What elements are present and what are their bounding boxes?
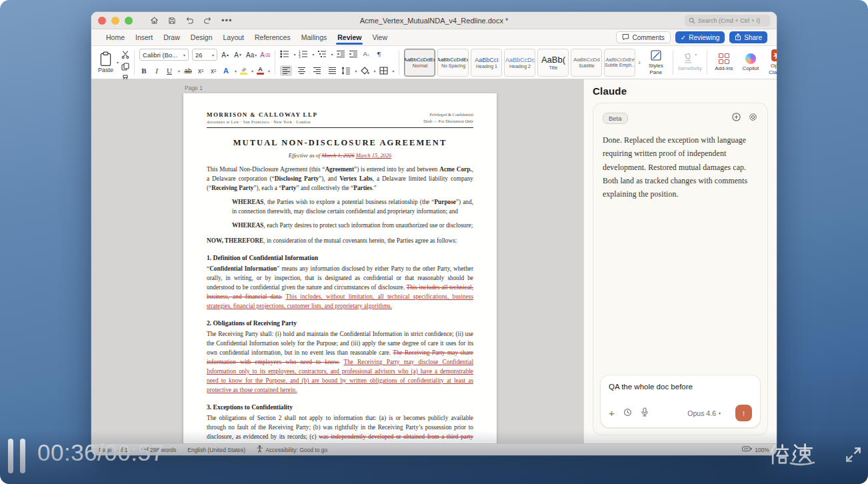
styles-gallery: AaBbCcDdEeNormal AaBbCcDdEeNo Spacing Aa… <box>404 49 641 77</box>
text-effects-icon[interactable]: A <box>221 65 231 76</box>
styles-gallery-more-icon[interactable]: › <box>637 59 641 66</box>
attach-plus-icon[interactable]: + <box>609 409 615 417</box>
new-chat-icon[interactable] <box>731 112 741 125</box>
reviewing-button[interactable]: ✓ Reviewing <box>675 31 725 43</box>
share-button[interactable]: Share <box>729 31 767 43</box>
agreement-title: MUTUAL NON-DISCLOSURE AGREEMENT <box>207 138 473 148</box>
firm-name: MORRISON & CALLOWAY LLP <box>207 111 317 118</box>
svg-text:3: 3 <box>299 55 301 58</box>
document-page[interactable]: MORRISON & CALLOWAY LLP Attorneys at Law… <box>183 93 497 443</box>
video-player: ••• Acme_Vertex_MutualNDA_v4_Redline.doc… <box>0 0 868 484</box>
grow-font-icon[interactable]: A▲ <box>221 49 230 60</box>
fullscreen-button[interactable] <box>843 445 863 467</box>
sort-icon[interactable]: A↓ <box>361 49 371 59</box>
playback-speed-button[interactable]: 倍速 <box>768 443 816 469</box>
align-center-icon[interactable] <box>295 65 307 76</box>
claude-panel-title: Claude <box>593 85 768 97</box>
open-claude-button[interactable]: Open Claude <box>764 48 777 77</box>
tab-insert[interactable]: Insert <box>130 31 158 45</box>
paste-dropdown-icon[interactable]: ▾ <box>117 60 119 65</box>
word-window: ••• Acme_Vertex_MutualNDA_v4_Redline.doc… <box>91 12 777 455</box>
video-timestamp: 00:36/00:57 <box>37 439 164 466</box>
tab-mailings[interactable]: Mailings <box>296 31 333 45</box>
align-right-icon[interactable] <box>311 65 323 76</box>
borders-icon[interactable] <box>379 65 388 76</box>
language-status[interactable]: English (United States) <box>187 447 245 453</box>
increase-indent-icon[interactable] <box>349 49 358 59</box>
history-clock-icon[interactable] <box>623 407 632 419</box>
change-case-icon[interactable]: Aa▾ <box>246 49 257 60</box>
clear-formatting-icon[interactable]: A⌫ <box>260 49 270 60</box>
add-ins-button[interactable]: Add-ins <box>711 48 737 77</box>
styles-pane-button[interactable]: Styles Pane <box>643 48 669 77</box>
style-title[interactable]: AaBb(Title <box>537 49 569 77</box>
tab-review[interactable]: Review <box>332 31 367 45</box>
font-color-icon[interactable]: A <box>257 67 264 75</box>
zoom-slider-icon[interactable] <box>742 446 752 453</box>
font-name-select[interactable]: Calibri (Bo...▾ <box>139 49 189 61</box>
zoom-percentage[interactable]: 100% <box>755 447 769 453</box>
section-2-heading: 2. Obligations of Receiving Party <box>207 319 473 327</box>
intro-paragraph: This Mutual Non-Disclosure Agreement (th… <box>207 165 473 193</box>
share-icon <box>735 33 741 42</box>
microphone-icon[interactable] <box>641 407 649 419</box>
tab-layout[interactable]: Layout <box>217 31 249 45</box>
cut-icon[interactable] <box>121 49 129 61</box>
multilevel-list-icon[interactable] <box>317 49 327 59</box>
underline-icon[interactable]: U <box>165 65 174 76</box>
effective-date-line: Effective as of March 1, 2026 March 15, … <box>207 153 473 159</box>
page-label: Page 1 <box>185 85 203 91</box>
settings-gear-icon[interactable] <box>748 112 758 125</box>
style-subtitle[interactable]: AaBbCcDdSubtitle <box>571 49 602 77</box>
search-input[interactable]: Search (Cmd + Ctrl + I) <box>685 15 770 27</box>
paste-button[interactable]: Paste <box>98 51 113 73</box>
style-no-spacing[interactable]: AaBbCcDdEeNo Spacing <box>437 49 469 77</box>
sensitivity-button[interactable]: ▾ Sensitivity <box>677 48 703 77</box>
style-heading2[interactable]: AaBbCcDcHeading 2 <box>504 49 535 77</box>
copy-icon[interactable] <box>121 61 129 73</box>
status-bar: Page 1 of 1 2 of 298 words English (Unit… <box>91 443 777 455</box>
accessibility-status[interactable]: Accessibility: Good to go <box>257 445 327 454</box>
tab-view[interactable]: View <box>367 31 393 45</box>
tab-home[interactable]: Home <box>101 31 130 45</box>
style-normal[interactable]: AaBbCcDdEeNormal <box>404 49 435 77</box>
section-3-heading: 3. Exceptions to Confidentiality <box>207 403 473 411</box>
claude-card: Beta Done. Replaced the exception with l… <box>593 103 768 435</box>
line-spacing-icon[interactable] <box>341 65 351 76</box>
align-left-icon[interactable] <box>280 65 292 76</box>
numbered-list-icon[interactable]: 123 <box>299 49 308 59</box>
superscript-icon[interactable]: x2 <box>209 65 218 76</box>
strikethrough-icon[interactable]: ab <box>183 65 193 76</box>
tab-draw[interactable]: Draw <box>158 31 185 45</box>
shrink-font-icon[interactable]: A▼ <box>233 49 243 60</box>
decrease-indent-icon[interactable] <box>336 49 345 59</box>
justify-icon[interactable] <box>326 65 338 76</box>
claude-input-box[interactable]: QA the whole doc before + Opus 4.6▾ ↑ <box>601 375 760 427</box>
claude-starburst-icon <box>771 49 777 61</box>
bullet-list-icon[interactable] <box>280 49 289 59</box>
document-canvas[interactable]: Page 1 MORRISON & CALLOWAY LLP Attorneys… <box>91 79 583 443</box>
model-selector[interactable]: Opus 4.6▾ <box>687 409 721 417</box>
firm-tagline: Attorneys at Law · San Francisco · New Y… <box>207 119 317 124</box>
copilot-button[interactable]: Copilot <box>737 48 764 77</box>
subscript-icon[interactable]: x2 <box>196 65 205 76</box>
underline-dropdown-icon[interactable]: ▾ <box>178 69 180 73</box>
style-subtle-emphasis[interactable]: AaBbCcDdEeSubtle Emph... <box>604 49 635 77</box>
tab-design[interactable]: Design <box>185 31 218 45</box>
add-ins-icon <box>719 53 729 64</box>
send-button[interactable]: ↑ <box>735 405 752 421</box>
style-heading1[interactable]: AaBbCcIHeading 1 <box>471 49 502 77</box>
whereas-paragraph-2: WHEREAS, each Party desires to protect s… <box>232 221 473 230</box>
pause-button[interactable] <box>8 439 25 473</box>
shading-icon[interactable] <box>360 65 369 76</box>
claude-input-text[interactable]: QA the whole doc before <box>609 383 752 391</box>
highlight-color-icon[interactable] <box>240 67 247 75</box>
section-2-body: The Receiving Party shall: (i) hold and … <box>207 329 473 395</box>
speed-glyphs-icon <box>768 443 816 467</box>
italic-icon[interactable]: I <box>152 65 161 76</box>
show-marks-icon[interactable]: ¶ <box>374 49 383 59</box>
font-size-select[interactable]: 26▾ <box>192 49 217 61</box>
bold-icon[interactable]: B <box>139 65 149 76</box>
tab-references[interactable]: References <box>249 31 296 45</box>
comments-button[interactable]: Comments <box>616 31 670 43</box>
